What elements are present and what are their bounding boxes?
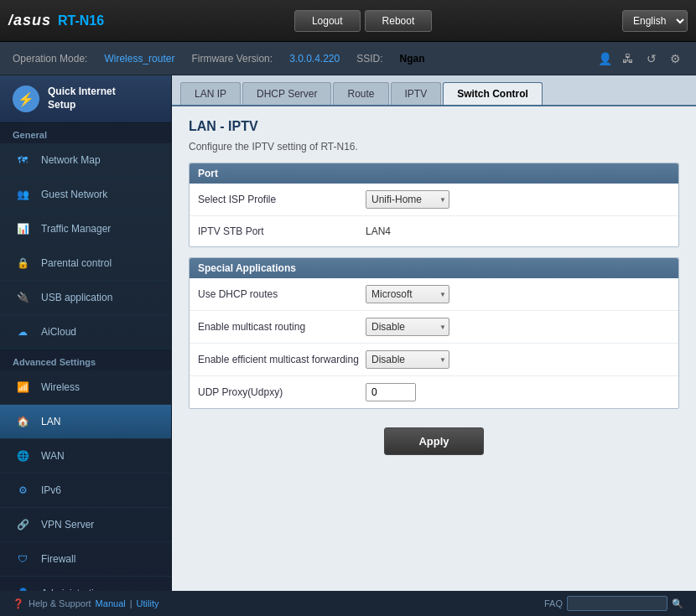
reboot-button[interactable]: Reboot xyxy=(365,10,433,32)
sidebar-item-wan[interactable]: 🌐 WAN xyxy=(0,439,171,474)
sidebar-item-guest-network[interactable]: 👥 Guest Network xyxy=(0,178,171,212)
port-section-header: Port xyxy=(190,163,678,184)
sidebar-item-firewall[interactable]: 🛡 Firewall xyxy=(0,542,171,577)
faq-search-input[interactable] xyxy=(567,596,667,611)
logo-area: /asus RT-N16 xyxy=(8,12,104,29)
sidebar-item-administration[interactable]: 👤 Administration xyxy=(0,577,171,591)
sidebar-item-lan[interactable]: 🏠 LAN xyxy=(0,405,171,439)
network-icon[interactable]: 🖧 xyxy=(620,50,636,67)
faq-label: FAQ xyxy=(544,598,563,608)
sidebar-item-usb-application[interactable]: 🔌 USB application xyxy=(0,281,171,315)
efficient-multicast-select[interactable]: Disable Enable xyxy=(366,350,449,369)
sidebar-item-label: Parental control xyxy=(41,257,112,269)
operation-bar: Operation Mode: Wireless_router Firmware… xyxy=(0,42,696,75)
user-icon[interactable]: 👤 xyxy=(596,50,613,67)
sidebar-item-label: Network Map xyxy=(41,154,101,166)
top-bar: /asus RT-N16 Logout Reboot English xyxy=(0,0,696,42)
tab-route[interactable]: Route xyxy=(333,82,388,105)
sidebar-item-traffic-manager[interactable]: 📊 Traffic Manager xyxy=(0,212,171,246)
sidebar-item-label: Wireless xyxy=(41,381,80,393)
faq-search-icon[interactable]: 🔍 xyxy=(672,598,683,609)
language-select[interactable]: English xyxy=(622,10,688,32)
firewall-icon: 🛡 xyxy=(13,549,33,569)
efficient-multicast-select-wrapper: Disable Enable xyxy=(366,350,449,369)
sidebar-item-label: VPN Server xyxy=(41,519,94,531)
sidebar-item-aicloud[interactable]: ☁ AiCloud xyxy=(0,315,171,349)
sidebar-item-ipv6[interactable]: ⚙ IPv6 xyxy=(0,474,171,508)
stb-port-value: LAN4 xyxy=(366,225,391,237)
ssid-label: SSID: xyxy=(356,53,382,65)
stb-port-control: LAN4 xyxy=(366,225,391,237)
ipv6-icon: ⚙ xyxy=(13,480,33,500)
sidebar-item-label: Administration xyxy=(41,588,105,591)
sidebar-item-wireless[interactable]: 📶 Wireless xyxy=(0,370,171,405)
dhcp-routes-label: Use DHCP routes xyxy=(198,288,366,300)
stb-port-row: IPTV STB Port LAN4 xyxy=(190,216,678,246)
sidebar-item-vpn-server[interactable]: 🔗 VPN Server xyxy=(0,508,171,542)
traffic-manager-icon: 📊 xyxy=(13,219,33,239)
footer-right: FAQ 🔍 xyxy=(544,596,683,611)
general-section-label: General xyxy=(0,123,171,143)
refresh-icon[interactable]: ↺ xyxy=(643,50,660,67)
lan-icon: 🏠 xyxy=(13,412,33,432)
separator: | xyxy=(130,598,132,608)
multicast-row: Enable multicast routing Disable Enable xyxy=(190,311,678,344)
sidebar-item-label: USB application xyxy=(41,292,112,303)
content-area: LAN IP DHCP Server Route IPTV Switch Con… xyxy=(172,75,696,591)
help-support-label: Help & Support xyxy=(29,598,91,608)
isp-profile-row: Select ISP Profile Unifi-Home Manual Dis… xyxy=(190,184,678,216)
manual-link[interactable]: Manual xyxy=(96,598,126,608)
op-icons: 👤 🖧 ↺ ⚙ xyxy=(596,50,683,67)
multicast-select[interactable]: Disable Enable xyxy=(366,318,449,336)
guest-network-icon: 👥 xyxy=(13,184,33,204)
advanced-section-label: Advanced Settings xyxy=(0,349,171,370)
sidebar-item-label: AiCloud xyxy=(41,326,76,338)
firmware-value[interactable]: 3.0.0.4.220 xyxy=(289,53,340,65)
multicast-label: Enable multicast routing xyxy=(198,321,366,333)
dhcp-routes-select[interactable]: Microsoft No Yes xyxy=(366,285,449,303)
footer: ❓ Help & Support Manual | Utility FAQ 🔍 xyxy=(0,591,696,616)
dhcp-routes-row: Use DHCP routes Microsoft No Yes xyxy=(190,278,678,311)
isp-profile-control: Unifi-Home Manual Disable xyxy=(366,190,449,209)
udp-proxy-input[interactable] xyxy=(366,383,416,401)
parental-control-icon: 🔒 xyxy=(13,253,33,273)
special-section: Special Applications Use DHCP routes Mic… xyxy=(189,257,679,409)
sidebar-item-label: Guest Network xyxy=(41,189,107,200)
multicast-control: Disable Enable xyxy=(366,318,449,336)
sidebar-item-network-map[interactable]: 🗺 Network Map xyxy=(0,143,171,178)
multicast-select-wrapper: Disable Enable xyxy=(366,318,449,336)
wan-icon: 🌐 xyxy=(13,446,33,466)
tab-lan-ip[interactable]: LAN IP xyxy=(180,82,241,105)
network-map-icon: 🗺 xyxy=(13,150,33,170)
tab-iptv[interactable]: IPTV xyxy=(391,82,442,105)
apply-section: Apply xyxy=(189,419,679,463)
page-content: LAN - IPTV Configure the IPTV setting of… xyxy=(172,106,696,476)
logout-button[interactable]: Logout xyxy=(294,10,361,32)
sidebar-item-parental-control[interactable]: 🔒 Parental control xyxy=(0,246,171,281)
tab-dhcp-server[interactable]: DHCP Server xyxy=(242,82,331,105)
vpn-server-icon: 🔗 xyxy=(13,515,33,535)
sidebar-item-label: WAN xyxy=(41,450,65,462)
settings-icon[interactable]: ⚙ xyxy=(667,50,683,67)
udp-proxy-row: UDP Proxy(Udpxy) xyxy=(190,376,678,408)
quick-internet-setup[interactable]: ⚡ Quick InternetSetup xyxy=(0,75,171,123)
footer-left: ❓ Help & Support Manual | Utility xyxy=(13,598,158,609)
op-mode-value[interactable]: Wireless_router xyxy=(104,53,174,65)
isp-profile-select[interactable]: Unifi-Home Manual Disable xyxy=(366,190,449,209)
language-area: English xyxy=(622,10,688,32)
dhcp-routes-select-wrapper: Microsoft No Yes xyxy=(366,285,449,303)
stb-port-label: IPTV STB Port xyxy=(198,225,366,237)
op-mode-label: Operation Mode: xyxy=(13,53,87,65)
utility-link[interactable]: Utility xyxy=(137,598,159,608)
isp-profile-select-wrapper: Unifi-Home Manual Disable xyxy=(366,190,449,209)
wireless-icon: 📶 xyxy=(13,377,33,397)
page-title: LAN - IPTV xyxy=(189,119,679,134)
apply-button[interactable]: Apply xyxy=(384,427,483,455)
sidebar-item-label: IPv6 xyxy=(41,484,61,496)
efficient-multicast-label: Enable efficient multicast forwarding xyxy=(198,354,366,365)
tab-switch-control[interactable]: Switch Control xyxy=(443,82,543,105)
usb-application-icon: 🔌 xyxy=(13,287,33,308)
sidebar: ⚡ Quick InternetSetup General 🗺 Network … xyxy=(0,75,172,591)
udp-proxy-control xyxy=(366,383,416,401)
page-description: Configure the IPTV setting of RT-N16. xyxy=(189,141,679,153)
